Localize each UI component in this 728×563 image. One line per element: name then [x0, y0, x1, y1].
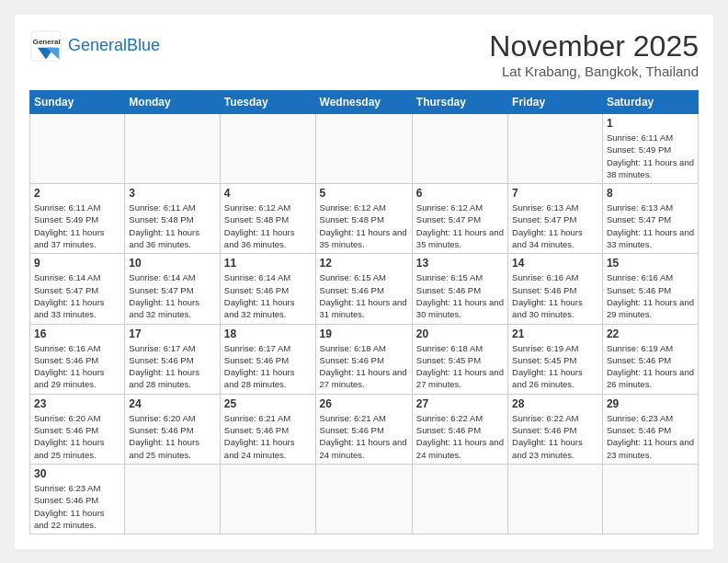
table-row: 10Sunrise: 6:14 AMSunset: 5:47 PMDayligh…	[125, 254, 221, 324]
day-info: Sunrise: 6:16 AMSunset: 5:46 PMDaylight:…	[34, 342, 120, 391]
day-info: Sunrise: 6:22 AMSunset: 5:46 PMDaylight:…	[512, 412, 598, 461]
logo-general: General	[68, 36, 127, 54]
day-info: Sunrise: 6:14 AMSunset: 5:46 PMDaylight:…	[224, 271, 312, 320]
day-number: 6	[416, 187, 504, 200]
day-info: Sunrise: 6:23 AMSunset: 5:46 PMDaylight:…	[607, 412, 694, 461]
col-thursday: Thursday	[412, 91, 507, 114]
col-friday: Friday	[508, 91, 603, 114]
day-info: Sunrise: 6:14 AMSunset: 5:47 PMDaylight:…	[34, 271, 120, 320]
title-block: November 2025 Lat Krabang, Bangkok, Thai…	[489, 29, 699, 79]
day-info: Sunrise: 6:14 AMSunset: 5:47 PMDaylight:…	[129, 271, 216, 320]
day-info: Sunrise: 6:12 AMSunset: 5:47 PMDaylight:…	[416, 201, 504, 250]
table-row: 6Sunrise: 6:12 AMSunset: 5:47 PMDaylight…	[412, 184, 507, 254]
day-info: Sunrise: 6:13 AMSunset: 5:47 PMDaylight:…	[512, 201, 598, 250]
table-row	[125, 114, 221, 184]
page-header: General GeneralBlue November 2025 Lat Kr…	[29, 29, 699, 79]
table-row	[220, 464, 315, 534]
table-row: 14Sunrise: 6:16 AMSunset: 5:46 PMDayligh…	[508, 254, 603, 324]
calendar-week-row: 23Sunrise: 6:20 AMSunset: 5:46 PMDayligh…	[30, 394, 699, 464]
table-row: 11Sunrise: 6:14 AMSunset: 5:46 PMDayligh…	[220, 254, 315, 324]
table-row: 17Sunrise: 6:17 AMSunset: 5:46 PMDayligh…	[125, 324, 221, 394]
day-number: 26	[320, 397, 408, 410]
day-number: 14	[512, 257, 598, 270]
table-row: 25Sunrise: 6:21 AMSunset: 5:46 PMDayligh…	[220, 394, 315, 464]
day-number: 13	[416, 257, 504, 270]
day-number: 24	[129, 397, 216, 410]
table-row: 27Sunrise: 6:22 AMSunset: 5:46 PMDayligh…	[412, 394, 507, 464]
day-number: 30	[34, 467, 120, 480]
col-sunday: Sunday	[30, 91, 125, 114]
day-number: 7	[512, 187, 598, 200]
day-number: 22	[607, 327, 694, 340]
day-number: 17	[129, 327, 216, 340]
table-row: 23Sunrise: 6:20 AMSunset: 5:46 PMDayligh…	[30, 394, 125, 464]
day-info: Sunrise: 6:11 AMSunset: 5:49 PMDaylight:…	[34, 201, 120, 250]
table-row	[315, 114, 412, 184]
table-row: 2Sunrise: 6:11 AMSunset: 5:49 PMDaylight…	[30, 184, 125, 254]
day-info: Sunrise: 6:23 AMSunset: 5:46 PMDaylight:…	[34, 482, 120, 531]
day-info: Sunrise: 6:17 AMSunset: 5:46 PMDaylight:…	[224, 342, 312, 391]
day-number: 19	[320, 327, 408, 340]
day-info: Sunrise: 6:12 AMSunset: 5:48 PMDaylight:…	[320, 201, 408, 250]
day-info: Sunrise: 6:11 AMSunset: 5:49 PMDaylight:…	[607, 132, 694, 180]
day-number: 8	[607, 187, 694, 200]
table-row: 9Sunrise: 6:14 AMSunset: 5:47 PMDaylight…	[30, 254, 125, 324]
day-number: 15	[607, 257, 694, 270]
table-row: 26Sunrise: 6:21 AMSunset: 5:46 PMDayligh…	[315, 394, 412, 464]
table-row: 12Sunrise: 6:15 AMSunset: 5:46 PMDayligh…	[315, 254, 412, 324]
day-info: Sunrise: 6:16 AMSunset: 5:46 PMDaylight:…	[512, 271, 598, 320]
month-title: November 2025	[489, 29, 699, 63]
day-number: 27	[416, 397, 504, 410]
day-info: Sunrise: 6:21 AMSunset: 5:46 PMDaylight:…	[224, 412, 312, 461]
day-number: 12	[320, 257, 408, 270]
table-row: 24Sunrise: 6:20 AMSunset: 5:46 PMDayligh…	[125, 394, 221, 464]
table-row	[315, 464, 412, 534]
col-wednesday: Wednesday	[315, 91, 412, 114]
table-row: 28Sunrise: 6:22 AMSunset: 5:46 PMDayligh…	[508, 394, 603, 464]
table-row: 18Sunrise: 6:17 AMSunset: 5:46 PMDayligh…	[220, 324, 315, 394]
day-info: Sunrise: 6:15 AMSunset: 5:46 PMDaylight:…	[416, 271, 504, 320]
logo-text: GeneralBlue	[68, 37, 160, 55]
day-info: Sunrise: 6:15 AMSunset: 5:46 PMDaylight:…	[320, 271, 408, 320]
day-number: 2	[34, 187, 120, 200]
table-row: 15Sunrise: 6:16 AMSunset: 5:46 PMDayligh…	[602, 254, 698, 324]
table-row: 1Sunrise: 6:11 AMSunset: 5:49 PMDaylight…	[602, 114, 698, 184]
col-tuesday: Tuesday	[220, 91, 315, 114]
table-row: 5Sunrise: 6:12 AMSunset: 5:48 PMDaylight…	[315, 184, 412, 254]
table-row	[125, 464, 221, 534]
day-number: 4	[224, 187, 312, 200]
logo-icon: General	[29, 29, 63, 63]
day-info: Sunrise: 6:19 AMSunset: 5:46 PMDaylight:…	[607, 342, 694, 391]
day-info: Sunrise: 6:19 AMSunset: 5:45 PMDaylight:…	[512, 342, 598, 391]
table-row: 13Sunrise: 6:15 AMSunset: 5:46 PMDayligh…	[412, 254, 507, 324]
col-monday: Monday	[125, 91, 221, 114]
calendar-page: General GeneralBlue November 2025 Lat Kr…	[15, 15, 713, 549]
table-row: 19Sunrise: 6:18 AMSunset: 5:46 PMDayligh…	[315, 324, 412, 394]
day-info: Sunrise: 6:13 AMSunset: 5:47 PMDaylight:…	[607, 201, 694, 250]
logo: General GeneralBlue	[29, 29, 160, 63]
day-info: Sunrise: 6:21 AMSunset: 5:46 PMDaylight:…	[320, 412, 408, 461]
col-saturday: Saturday	[602, 91, 698, 114]
day-number: 1	[607, 117, 694, 130]
table-row	[602, 464, 698, 534]
table-row	[412, 464, 507, 534]
day-number: 9	[34, 257, 120, 270]
day-number: 10	[129, 257, 216, 270]
day-info: Sunrise: 6:12 AMSunset: 5:48 PMDaylight:…	[224, 201, 312, 250]
day-number: 11	[224, 257, 312, 270]
table-row: 21Sunrise: 6:19 AMSunset: 5:45 PMDayligh…	[508, 324, 603, 394]
day-number: 28	[512, 397, 598, 410]
day-info: Sunrise: 6:17 AMSunset: 5:46 PMDaylight:…	[129, 342, 216, 391]
calendar-header-row: Sunday Monday Tuesday Wednesday Thursday…	[30, 91, 699, 114]
table-row: 29Sunrise: 6:23 AMSunset: 5:46 PMDayligh…	[602, 394, 698, 464]
calendar-week-row: 1Sunrise: 6:11 AMSunset: 5:49 PMDaylight…	[30, 114, 699, 184]
svg-text:General: General	[33, 38, 61, 46]
day-number: 18	[224, 327, 312, 340]
table-row	[30, 114, 125, 184]
table-row: 3Sunrise: 6:11 AMSunset: 5:48 PMDaylight…	[125, 184, 221, 254]
table-row: 8Sunrise: 6:13 AMSunset: 5:47 PMDaylight…	[602, 184, 698, 254]
day-number: 25	[224, 397, 312, 410]
table-row: 22Sunrise: 6:19 AMSunset: 5:46 PMDayligh…	[602, 324, 698, 394]
calendar-week-row: 9Sunrise: 6:14 AMSunset: 5:47 PMDaylight…	[30, 254, 699, 324]
table-row: 16Sunrise: 6:16 AMSunset: 5:46 PMDayligh…	[30, 324, 125, 394]
